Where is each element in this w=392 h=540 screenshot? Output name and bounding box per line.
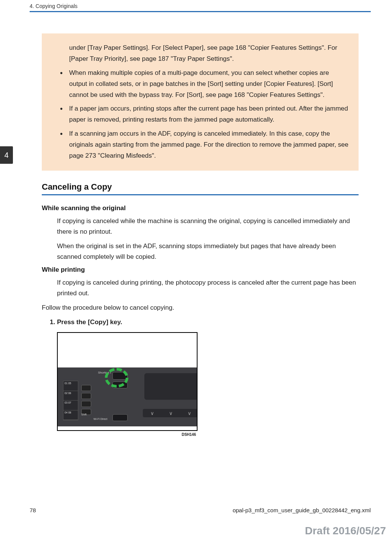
step-1: Press the [Copy] key. bbox=[57, 318, 359, 326]
key bbox=[81, 401, 91, 407]
footer: 78 opal-p3_mf3_com_user_guide_gb_0022844… bbox=[30, 507, 371, 513]
figure-caption: DSH146 bbox=[57, 431, 198, 437]
function-keys bbox=[81, 385, 91, 415]
paragraph: When the original is set in the ADF, sca… bbox=[57, 241, 359, 262]
page-number: 78 bbox=[30, 507, 36, 513]
chevron-down-icon: ∨ bbox=[188, 410, 191, 416]
figure: 01 05 02 06 03 07 04 08 Shift Shortcut t… bbox=[57, 332, 198, 437]
section-canceling: Canceling a Copy While scanning the orig… bbox=[42, 182, 359, 437]
paragraph: If copying is canceled during printing, … bbox=[57, 277, 359, 299]
note-bullet: If a scanning jam occurs in the ADF, cop… bbox=[57, 128, 349, 162]
num-cell: 02 06 bbox=[63, 391, 78, 401]
num-cell: 01 05 bbox=[63, 381, 78, 391]
softkeys: ∨ ∨ ∨ bbox=[143, 409, 198, 417]
note-box: under [Tray Paper Settings]. For [Select… bbox=[42, 33, 359, 171]
control-panel-illustration: 01 05 02 06 03 07 04 08 Shift Shortcut t… bbox=[57, 332, 198, 431]
subhead-printing: While printing bbox=[42, 266, 359, 274]
num-cell: 03 07 bbox=[63, 401, 78, 410]
key bbox=[81, 393, 91, 399]
chevron-down-icon: ∨ bbox=[150, 410, 154, 416]
number-keys: 01 05 02 06 03 07 04 08 bbox=[63, 381, 78, 420]
note-bullet: When making multiple copies of a multi-p… bbox=[57, 68, 349, 101]
key bbox=[81, 385, 91, 391]
chevron-down-icon: ∨ bbox=[169, 410, 173, 416]
draft-watermark: Draft 2016/05/27 bbox=[305, 525, 386, 537]
panel-key bbox=[112, 414, 128, 421]
paragraph: If copying is canceled while the machine… bbox=[57, 216, 359, 237]
section-title: Canceling a Copy bbox=[42, 182, 359, 195]
highlight-ring-icon bbox=[105, 368, 128, 388]
note-continuation: under [Tray Paper Settings]. For [Select… bbox=[69, 43, 349, 65]
chapter-tab: 4 bbox=[0, 146, 13, 164]
source-filename: opal-p3_mf3_com_user_guide_gb_00228442_e… bbox=[232, 507, 371, 513]
paragraph: Follow the procedure below to cancel cop… bbox=[42, 302, 359, 313]
running-header: 4. Copying Originals bbox=[0, 0, 392, 11]
num-cell: 04 08 bbox=[63, 410, 78, 420]
page-content: under [Tray Paper Settings]. For [Select… bbox=[0, 12, 392, 437]
note-bullet: If a paper jam occurs, printing stops af… bbox=[57, 103, 349, 125]
wifi-label: Wi-Fi Direct bbox=[93, 418, 107, 420]
shift-label: Shift bbox=[81, 413, 87, 416]
lcd-screen bbox=[144, 373, 198, 400]
subhead-scanning: While scanning the original bbox=[42, 204, 359, 212]
